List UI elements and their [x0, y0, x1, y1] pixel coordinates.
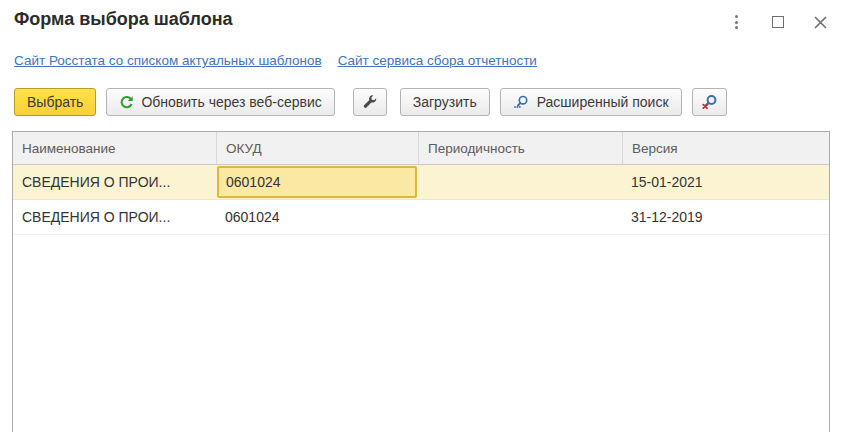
table-row[interactable]: СВЕДЕНИЯ О ПРОИ... 0601024 15-01-2021 [13, 165, 829, 200]
window-controls [707, 10, 833, 34]
advanced-search-icon [513, 94, 530, 110]
select-button[interactable]: Выбрать [14, 88, 96, 116]
advanced-search-button[interactable]: Расширенный поиск [500, 88, 682, 116]
vertical-dots-icon [735, 15, 738, 29]
page-title: Форма выбора шаблона [14, 9, 233, 30]
column-header-periodicity[interactable]: Периодичность [418, 132, 622, 164]
column-header-okud[interactable]: ОКУД [216, 132, 418, 164]
table-row[interactable]: СВЕДЕНИЯ О ПРОИ... 0601024 31-12-2019 [13, 200, 829, 235]
close-button[interactable] [807, 10, 833, 34]
cell-okud[interactable]: 0601024 [216, 200, 418, 234]
maximize-icon [772, 16, 784, 28]
cell-version[interactable]: 31-12-2019 [622, 200, 829, 234]
template-selection-window: Форма выбора шаблона Сайт Росстата со сп… [0, 0, 845, 432]
cell-name[interactable]: СВЕДЕНИЯ О ПРОИ... [13, 165, 216, 199]
toolbar: Выбрать Обновить через веб-сервис Загруз… [14, 88, 727, 116]
settings-wrench-button[interactable] [353, 88, 387, 116]
refresh-icon [119, 95, 134, 110]
column-header-name[interactable]: Наименование [13, 132, 216, 164]
refresh-web-service-button[interactable]: Обновить через веб-сервис [106, 88, 334, 116]
links-row: Сайт Росстата со списком актуальных шабл… [14, 53, 537, 68]
report-service-site-link[interactable]: Сайт сервиса сбора отчетности [338, 53, 537, 68]
refresh-button-label: Обновить через веб-сервис [141, 94, 321, 110]
templates-table: Наименование ОКУД Периодичность Версия С… [12, 131, 830, 432]
reset-search-button[interactable] [692, 88, 727, 116]
cell-version[interactable]: 15-01-2021 [622, 165, 829, 199]
rosstat-site-link[interactable]: Сайт Росстата со списком актуальных шабл… [14, 53, 322, 68]
cell-periodicity[interactable] [418, 200, 622, 234]
wrench-icon [362, 94, 378, 110]
table-header: Наименование ОКУД Периодичность Версия [13, 132, 829, 165]
advanced-search-label: Расширенный поиск [537, 94, 669, 110]
cell-name[interactable]: СВЕДЕНИЯ О ПРОИ... [13, 200, 216, 234]
cell-okud-selected[interactable]: 0601024 [217, 166, 417, 198]
maximize-button[interactable] [765, 10, 791, 34]
cell-periodicity[interactable] [418, 165, 622, 199]
column-header-version[interactable]: Версия [622, 132, 829, 164]
load-button[interactable]: Загрузить [400, 88, 490, 116]
close-icon [814, 16, 827, 29]
reset-search-icon [701, 94, 718, 110]
more-menu-button[interactable] [723, 10, 749, 34]
